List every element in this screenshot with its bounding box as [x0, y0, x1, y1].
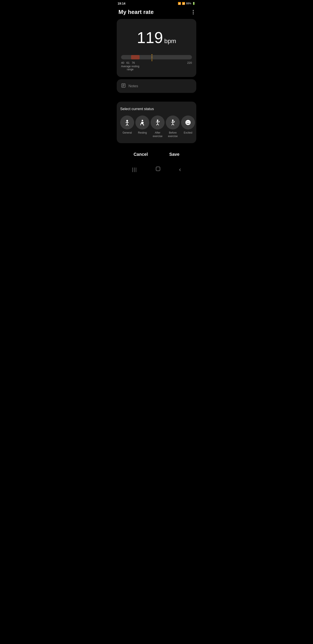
- current-marker: [151, 54, 152, 61]
- status-label-after-exercise: Afterexercise: [153, 131, 163, 138]
- range-bar-container: 40 61 76 Average restingrange 220: [121, 55, 192, 71]
- status-bar: 19:14 📶 📶 88% 🔋: [114, 0, 199, 6]
- more-options-button[interactable]: [192, 9, 195, 15]
- status-item-resting[interactable]: Resting: [135, 116, 149, 135]
- svg-point-9: [142, 120, 143, 122]
- range-num-220: 220: [187, 61, 192, 64]
- svg-point-14: [157, 120, 158, 121]
- range-indicator: [131, 55, 140, 60]
- dot2: [193, 12, 194, 12]
- save-button[interactable]: Save: [165, 150, 184, 159]
- svg-point-20: [172, 120, 174, 121]
- nav-bar: ||| ‹: [114, 164, 199, 176]
- status-label-resting: Resting: [138, 131, 147, 135]
- recent-apps-button[interactable]: |||: [132, 167, 137, 172]
- svg-point-29: [189, 122, 189, 122]
- status-circle-after-exercise: [151, 116, 165, 130]
- notes-icon: [121, 83, 126, 89]
- svg-point-27: [185, 120, 191, 125]
- svg-line-24: [174, 121, 175, 122]
- status-circle-before-exercise: [166, 116, 180, 130]
- status-label-general: General: [123, 131, 132, 135]
- status-circle-general: [120, 116, 134, 130]
- range-num-76: 76: [132, 61, 135, 64]
- bottom-actions: Cancel Save: [114, 145, 199, 164]
- status-time: 19:14: [118, 2, 125, 5]
- svg-line-26: [173, 124, 174, 125]
- home-button[interactable]: [155, 166, 161, 173]
- bpm-unit: bpm: [164, 38, 176, 44]
- svg-point-28: [187, 122, 188, 122]
- svg-rect-30: [156, 167, 160, 171]
- battery-text: 88%: [186, 2, 191, 5]
- range-left-group: 40 61 76 Average restingrange: [121, 61, 139, 71]
- range-numbers: 40 61 76: [121, 61, 135, 64]
- heart-rate-card: 119bpm 40 61 76 Average restingrange: [117, 19, 196, 77]
- bpm-value: 119: [137, 29, 163, 46]
- range-num-40: 40: [121, 61, 124, 64]
- range-num-61: 61: [126, 61, 129, 64]
- range-labels: 40 61 76 Average restingrange 220: [121, 61, 192, 71]
- wifi-icon: 📶: [178, 2, 181, 5]
- page-title: My heart rate: [118, 9, 154, 16]
- bpm-display: 119bpm: [121, 23, 192, 50]
- status-item-after-exercise[interactable]: Afterexercise: [151, 116, 165, 138]
- status-options: General Resting: [120, 116, 193, 138]
- call-icon: 📶: [182, 2, 185, 5]
- battery-icon: 🔋: [192, 2, 195, 5]
- notes-label: Notes: [128, 84, 138, 88]
- status-item-general[interactable]: General: [120, 116, 134, 135]
- dot3: [193, 14, 194, 14]
- svg-rect-10: [141, 123, 143, 124]
- range-avg-label: Average restingrange: [121, 65, 139, 71]
- status-label-excited: Excited: [184, 131, 192, 135]
- status-item-excited[interactable]: Excited: [181, 116, 195, 135]
- status-label-before-exercise: Beforeexercise: [168, 131, 178, 138]
- notes-card[interactable]: Notes: [117, 79, 196, 93]
- status-circle-excited: [181, 116, 195, 130]
- spacer: [114, 95, 199, 102]
- status-circle-resting: [135, 116, 149, 130]
- dot1: [193, 10, 194, 11]
- range-bar: [121, 55, 192, 60]
- back-button[interactable]: ‹: [179, 166, 181, 173]
- status-card: Select current status General: [117, 102, 196, 143]
- svg-line-19: [158, 124, 159, 125]
- cancel-button[interactable]: Cancel: [129, 150, 152, 159]
- status-item-before-exercise[interactable]: Beforeexercise: [166, 116, 180, 138]
- header: My heart rate: [114, 6, 199, 19]
- status-icons: 📶 📶 88% 🔋: [178, 2, 195, 5]
- status-card-title: Select current status: [120, 107, 193, 111]
- svg-line-8: [127, 124, 128, 126]
